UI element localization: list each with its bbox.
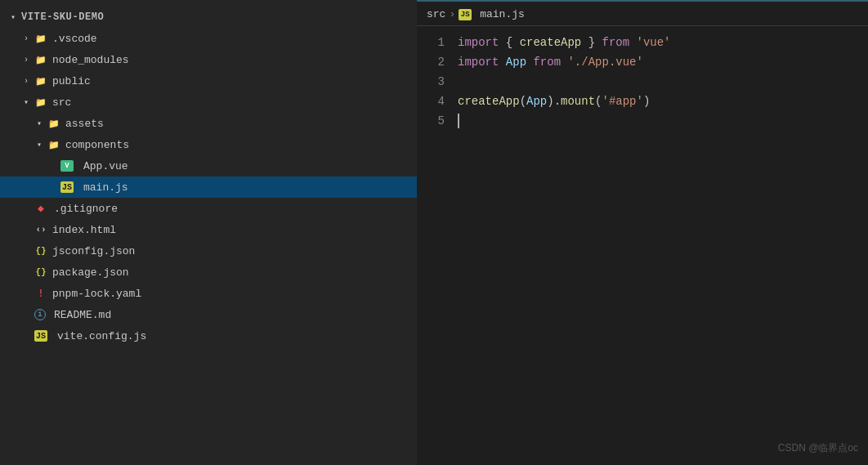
code-area[interactable]: import { createApp } from 'vue' import A… [458, 33, 868, 458]
keyword-from2: from [533, 52, 561, 72]
punc-mount-open: ( [595, 92, 602, 111]
js-icon: JS [60, 181, 74, 193]
str-vue: 'vue' [637, 33, 671, 52]
sidebar-item-components[interactable]: 📁 components [0, 134, 417, 155]
sidebar-item-jsconfig[interactable]: {} jsconfig.json [0, 240, 417, 262]
vscode-label: .vscode [52, 33, 97, 45]
punc-space4 [526, 52, 533, 72]
vite-config-label: vite.config.js [57, 330, 146, 342]
sidebar-item-main-js[interactable]: JS main.js [0, 177, 417, 198]
folder-icon: 📁 [47, 138, 60, 151]
fn-create-app2: createApp [458, 92, 520, 111]
components-chevron [33, 138, 46, 151]
keyword-import2: import [458, 52, 499, 72]
code-line-2: import App from './App.vue' [458, 52, 868, 72]
package-json-label: package.json [52, 266, 129, 279]
punc-space2 [629, 33, 636, 52]
var-app: App [506, 52, 526, 72]
code-line-5 [458, 111, 868, 131]
sidebar-item-public[interactable]: 📁 public [0, 70, 417, 92]
fn-mount: mount [561, 92, 595, 111]
editor-content[interactable]: 1 2 3 4 5 import { createApp } from 'vue… [417, 26, 868, 465]
index-html-label: index.html [52, 224, 116, 236]
line-numbers: 1 2 3 4 5 [417, 33, 458, 458]
punc-space [499, 33, 505, 52]
breadcrumb: src › JS main.js [417, 3, 868, 26]
fn-create-app: createApp [520, 33, 582, 52]
sidebar-item-pnpm-lock[interactable]: ! pnpm-lock.yaml [0, 283, 417, 304]
html-icon: ‹› [34, 223, 47, 236]
punc-space3 [499, 52, 505, 72]
public-chevron [20, 74, 33, 87]
folder-icon: 📁 [34, 53, 47, 66]
vscode-chevron [20, 32, 33, 45]
node-modules-chevron [20, 53, 33, 66]
str-hash-app: '#app' [602, 92, 642, 111]
node-modules-label: node_modules [52, 54, 129, 66]
breadcrumb-src: src [427, 8, 445, 20]
sidebar-item-gitignore[interactable]: ◆ .gitignore [0, 198, 417, 219]
sidebar-item-node-modules[interactable]: 📁 node_modules [0, 49, 417, 70]
assets-label: assets [65, 118, 104, 130]
sidebar-item-src[interactable]: 📁 src [0, 92, 417, 113]
root-label: VITE-SKU-DEMO [21, 11, 104, 23]
gitignore-label: .gitignore [54, 203, 118, 215]
sidebar-item-vite-config[interactable]: JS vite.config.js [0, 325, 417, 347]
punc-brace-open: { [506, 33, 520, 52]
root-chevron [7, 11, 20, 24]
readme-label: README.md [54, 309, 111, 321]
git-icon: ◆ [34, 202, 47, 215]
json-icon: {} [34, 244, 47, 257]
components-label: components [65, 139, 129, 151]
breadcrumb-separator: › [449, 8, 455, 20]
sidebar-item-vscode[interactable]: 📁 .vscode [0, 28, 417, 49]
punc-space5 [561, 52, 567, 72]
src-chevron [20, 96, 33, 109]
sidebar-item-app-vue[interactable]: V App.vue [0, 155, 417, 177]
breadcrumb-file-item: JS main.js [459, 8, 525, 20]
var-app2: App [526, 92, 547, 111]
keyword-import: import [458, 33, 499, 52]
public-label: public [52, 75, 91, 87]
folder-icon: 📁 [34, 74, 47, 87]
yaml-icon: ! [34, 287, 47, 300]
sidebar-item-assets[interactable]: 📁 assets [0, 113, 417, 134]
file-explorer: VITE-SKU-DEMO 📁 .vscode 📁 node_modules 📁… [0, 0, 417, 465]
pnpm-lock-label: pnpm-lock.yaml [52, 288, 141, 300]
sidebar-item-readme[interactable]: i README.md [0, 304, 417, 325]
root-folder[interactable]: VITE-SKU-DEMO [0, 7, 417, 28]
code-line-1: import { createApp } from 'vue' [458, 33, 868, 52]
assets-chevron [33, 117, 46, 130]
main-js-label: main.js [83, 181, 128, 194]
md-icon: i [34, 309, 46, 320]
src-label: src [52, 96, 71, 109]
watermark: CSDN @临界点oc [778, 441, 858, 455]
code-line-4: createApp ( App ). mount ( '#app' ) [458, 92, 868, 111]
folder-icon: 📁 [34, 96, 47, 109]
jsconfig-label: jsconfig.json [52, 245, 135, 257]
code-line-3 [458, 72, 868, 92]
str-app-vue: './App.vue' [567, 52, 642, 72]
breadcrumb-filename: main.js [480, 8, 525, 20]
folder-icon: 📁 [34, 32, 47, 45]
punc-paren-close: ). [547, 92, 561, 111]
editor-panel: src › JS main.js 1 2 3 4 5 import { crea… [417, 0, 868, 465]
json-icon: {} [34, 266, 47, 279]
sidebar-item-package-json[interactable]: {} package.json [0, 262, 417, 283]
js-icon: JS [459, 9, 472, 20]
app-vue-label: App.vue [83, 160, 128, 172]
punc-brace-close: } [581, 33, 602, 52]
punc-mount-close: ) [643, 92, 650, 111]
sidebar-item-index-html[interactable]: ‹› index.html [0, 219, 417, 240]
keyword-from: from [602, 33, 629, 52]
folder-icon: 📁 [47, 117, 60, 130]
punc-paren-open: ( [520, 92, 526, 111]
vue-icon: V [60, 160, 74, 172]
js-icon: JS [34, 330, 47, 342]
